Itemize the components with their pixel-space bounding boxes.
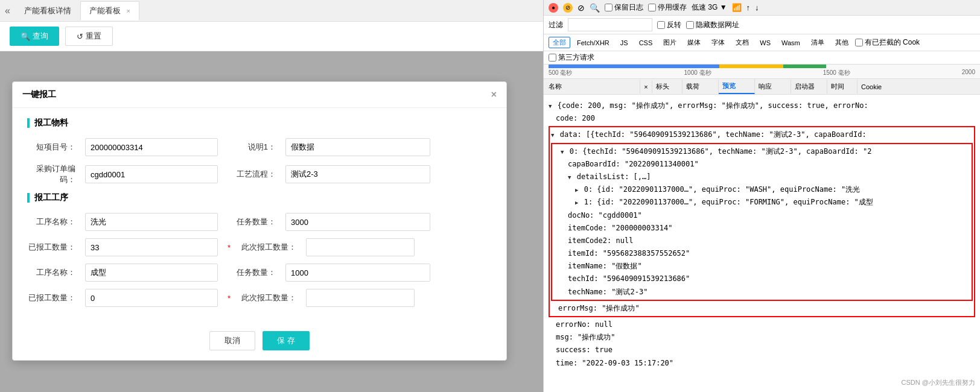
invert-label: 反转 — [667, 20, 681, 30]
hide-data-urls-checkbox[interactable]: 隐藏数据网址 — [686, 20, 739, 30]
content-area: 一键报工 × 报工物料 短项目号： 说明1： 采购订单编码： — [0, 51, 543, 392]
save-button[interactable]: 保 存 — [262, 331, 310, 350]
op2-required-star: * — [228, 294, 231, 303]
op1-this-input[interactable] — [306, 238, 415, 256]
filter-wasm[interactable]: Wasm — [777, 37, 804, 48]
filter-css[interactable]: CSS — [635, 37, 657, 48]
filter-bar: 过滤 反转 隐藏数据网址 — [544, 16, 980, 34]
filter-other[interactable]: 其他 — [831, 37, 853, 48]
filter-input[interactable] — [568, 18, 652, 31]
intercepted-checkbox[interactable]: 有已拦截的 Cook — [855, 37, 920, 48]
op1-this-label: 此次报工数量： — [241, 242, 296, 253]
invert-checkbox[interactable]: 反转 — [657, 20, 681, 30]
col-preview-header[interactable]: 预览 — [719, 79, 755, 94]
disable-cache-checkbox[interactable]: 停用缓存 — [648, 2, 687, 13]
col-payload-header[interactable]: 载荷 — [682, 80, 719, 93]
preserve-log-input[interactable] — [605, 4, 612, 11]
filter-font[interactable]: 字体 — [707, 37, 729, 48]
tab-capacity-detail[interactable]: 产能看板详情 — [15, 1, 80, 21]
detail0-expand[interactable] — [575, 185, 578, 194]
preserve-log-checkbox[interactable]: 保留日志 — [605, 2, 643, 13]
col-cookie-header[interactable]: Cookie — [858, 81, 885, 93]
col-response-header[interactable]: 响应 — [755, 80, 791, 93]
data0-expand[interactable] — [561, 147, 564, 156]
filter-doc[interactable]: 文档 — [731, 37, 753, 48]
record-icon[interactable]: ● — [549, 3, 558, 13]
modal-body: 报工物料 短项目号： 说明1： 采购订单编码： 工艺流程： 报工工序 — [13, 108, 506, 324]
third-party-input[interactable] — [549, 54, 556, 62]
op1-completed-input[interactable] — [85, 238, 218, 256]
op2-task-label: 任务数量： — [228, 267, 276, 278]
toolbar: 🔍 查询 ↺ 重置 — [0, 22, 543, 51]
filter-all[interactable]: 全部 — [549, 37, 570, 48]
filter-media[interactable]: 媒体 — [683, 37, 705, 48]
col-initiator-header[interactable]: 启动器 — [791, 80, 827, 93]
filter-types-bar: 全部 Fetch/XHR JS CSS 图片 媒体 字体 文档 WS Wasm … — [544, 34, 980, 51]
throttle-select[interactable]: 低速 3G ▼ — [692, 2, 727, 13]
network-header: 名称 × 标头 载荷 预览 响应 启动器 时间 Cookie — [544, 79, 980, 95]
col-x-header[interactable]: × — [640, 81, 652, 93]
json-itemid: itemId: "595682388357552652" — [568, 249, 690, 258]
tab-bar: « 产能看板详情 产能看板 × — [0, 0, 543, 22]
query-button[interactable]: 🔍 查询 — [10, 27, 59, 46]
col-header-tab[interactable]: 标头 — [652, 80, 682, 93]
op1-required-star: * — [228, 243, 231, 252]
json-preview-area[interactable]: {code: 200, msg: "操作成功", errorMsg: "操作成功… — [544, 95, 980, 392]
json-itemcode-line: itemCode: "200000003314" — [553, 222, 970, 235]
block-icon[interactable]: ⊘ — [563, 3, 573, 13]
modal-dialog: 一键报工 × 报工物料 短项目号： 说明1： 采购订单编码： — [12, 81, 507, 361]
short-item-label: 短项目号： — [27, 142, 75, 153]
op2-name-input[interactable] — [85, 264, 218, 282]
process2-name-row: 工序名称： 任务数量： — [27, 264, 492, 282]
json-techid: techId: "596409091539213686" — [568, 274, 690, 283]
modal-close-button[interactable]: × — [491, 89, 497, 100]
desc1-input[interactable] — [285, 138, 430, 156]
detailslist-expand[interactable] — [568, 172, 571, 181]
op1-task-input[interactable] — [285, 213, 430, 231]
tab-back-button[interactable]: « — [5, 5, 10, 16]
tab-close-icon[interactable]: × — [127, 7, 130, 14]
modal-title: 一键报工 — [22, 89, 56, 100]
json-techid-line: techId: "596409091539213686" — [553, 273, 970, 285]
third-party-checkbox[interactable]: 第三方请求 — [549, 52, 594, 63]
form-row-short-item: 短项目号： 说明1： — [27, 138, 492, 156]
search-icon: 🔍 — [21, 32, 30, 41]
third-party-bar: 第三方请求 — [544, 51, 980, 65]
purchase-order-input[interactable] — [85, 165, 218, 183]
material-section-title: 报工物料 — [27, 118, 492, 128]
json-errorno: errorNo: null — [556, 320, 612, 329]
intercepted-input[interactable] — [855, 39, 863, 46]
reset-button[interactable]: ↺ 重置 — [65, 27, 113, 46]
detail1-expand[interactable] — [575, 198, 578, 206]
op2-completed-input[interactable] — [85, 289, 218, 307]
disable-cache-input[interactable] — [648, 4, 656, 11]
tab-capacity[interactable]: 产能看板 × — [80, 1, 139, 21]
process-flow-input[interactable] — [285, 165, 430, 183]
cancel-button[interactable]: 取消 — [209, 331, 255, 350]
timeline-1000: 1000 毫秒 — [684, 69, 711, 77]
col-time-header[interactable]: 时间 — [827, 80, 858, 93]
short-item-input[interactable] — [85, 138, 218, 156]
root-expand[interactable] — [549, 101, 552, 110]
tab-label-capacity: 产能看板 — [89, 6, 121, 15]
hide-data-urls-input[interactable] — [686, 21, 694, 29]
data-expand[interactable] — [551, 130, 554, 139]
filter-manifest[interactable]: 清单 — [807, 37, 829, 48]
filter-img[interactable]: 图片 — [659, 37, 681, 48]
op2-this-input[interactable] — [306, 289, 415, 307]
search-icon[interactable]: 🔍 — [590, 3, 600, 13]
json-techname: techName: "测试2-3" — [568, 288, 648, 296]
devtools-top-toolbar: ● ⊘ ⊘ 🔍 保留日志 停用缓存 低速 3G ▼ 📶 ↑ ↓ — [544, 0, 980, 16]
filter-ws[interactable]: WS — [756, 37, 775, 48]
json-root-summary: {code: 200, msg: "操作成功", errorMsg: "操作成功… — [558, 101, 868, 110]
op2-task-input[interactable] — [285, 264, 430, 282]
filter-icon[interactable]: ⊘ — [578, 3, 585, 13]
timeline-bar: 500 毫秒 1000 毫秒 1500 毫秒 2000 — [544, 65, 980, 79]
op1-name-input[interactable] — [85, 213, 218, 231]
form-row-purchase: 采购订单编码： 工艺流程： — [27, 163, 492, 185]
col-name-header: 名称 — [544, 80, 640, 93]
invert-input[interactable] — [657, 21, 665, 29]
filter-fetch-xhr[interactable]: Fetch/XHR — [573, 37, 614, 48]
filter-js[interactable]: JS — [616, 37, 632, 48]
op1-task-label: 任务数量： — [228, 217, 276, 227]
